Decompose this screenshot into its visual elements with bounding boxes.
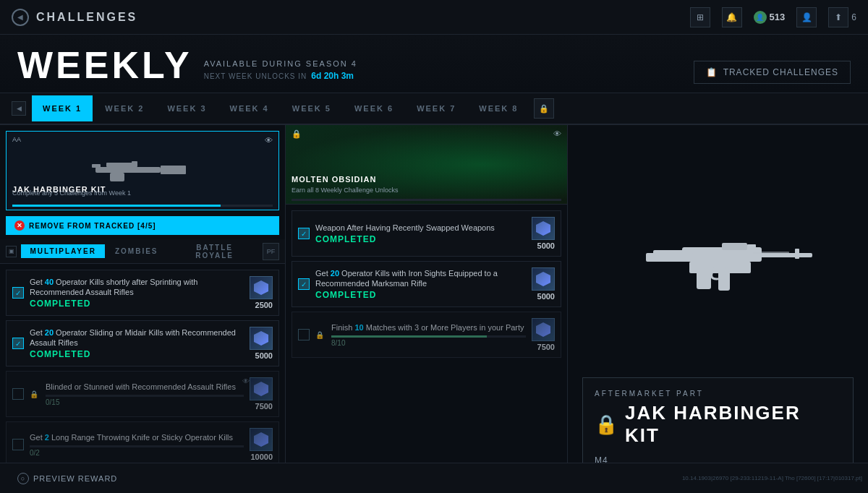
mode-tab-pf: PF: [263, 243, 279, 260]
reward-cards: AA 👁 JAK: [0, 125, 285, 216]
week-tab-3[interactable]: WEEK 3: [156, 95, 217, 121]
next-week-label: NEXT WEEK UNLOCKS IN: [204, 72, 307, 80]
challenges-list-right: ✓ Weapon After Having Recently Swapped W…: [286, 205, 567, 492]
svg-rect-7: [795, 249, 799, 259]
challenge-text-5: Weapon After Having Recently Swapped Wea…: [315, 223, 526, 244]
challenge-progress-text-7: 8/10: [331, 339, 526, 347]
challenge-desc-4: Get 2 Long Range Throwing Knife or Stick…: [30, 432, 244, 442]
week-tab-5[interactable]: WEEK 5: [281, 95, 342, 121]
back-icon[interactable]: ◀: [12, 9, 29, 26]
challenge-status-1: COMPLETED: [30, 299, 244, 309]
challenge-checkbox-2[interactable]: ✓: [12, 338, 24, 349]
svg-rect-3: [92, 164, 101, 168]
xp-icon-inner-7: [536, 322, 550, 337]
challenges-list-left: ✓ Get 40 Operator Kills shortly after Sp…: [0, 264, 285, 492]
xp-value-6: 5000: [537, 292, 555, 301]
challenge-desc-3: Blinded or Stunned with Recommended Assa…: [46, 382, 244, 392]
available-text: AVAILABLE DURING SEASON 4: [204, 59, 357, 68]
challenge-checkbox-7[interactable]: [298, 329, 310, 340]
challenge-preview-3[interactable]: 👁: [242, 377, 250, 385]
mode-tab-indicator: ▣: [6, 246, 17, 257]
bell-icon[interactable]: 🔔: [722, 7, 742, 27]
week-tab-8[interactable]: WEEK 8: [468, 95, 529, 121]
xp-icon-5: [532, 217, 555, 240]
challenge-checkbox-5[interactable]: ✓: [298, 228, 310, 239]
challenge-desc-7: Finish 10 Matches with 3 or More Players…: [331, 322, 526, 333]
player-level: ⬆ 6: [828, 7, 856, 27]
weekly-title: WEEKLY: [17, 46, 192, 84]
challenge-item-4: Get 2 Long Range Throwing Knife or Stick…: [6, 421, 279, 468]
week-tab-2[interactable]: WEEK 2: [94, 95, 155, 121]
card-1-progress-bar: [12, 205, 273, 207]
tracked-challenges-button[interactable]: 📋 TRACKED CHALLENGES: [694, 61, 851, 84]
challenge-desc-5: Weapon After Having Recently Swapped Wea…: [315, 223, 526, 233]
challenge-text-3: Blinded or Stunned with Recommended Assa…: [46, 382, 244, 406]
challenge-desc-6: Get 20 Operator Kills with Iron Sights E…: [315, 268, 526, 289]
xp-value-3: 7500: [255, 402, 273, 411]
week-tab-locked: 🔒: [534, 98, 554, 119]
preview-reward-label: PREVIEW REWARD: [33, 474, 117, 483]
challenge-xp-2: 5000: [250, 327, 273, 360]
card-2-subtitle: Earn all 8 Weekly Challenge Unlocks: [292, 187, 561, 194]
mode-tab-zombies[interactable]: ZOMBIES: [106, 244, 167, 258]
week-tabs: ◀ WEEK 1 WEEK 2 WEEK 3 WEEK 4 WEEK 5 WEE…: [0, 93, 868, 125]
challenge-item-2: ✓ Get 20 Operator Sliding or Midair Kill…: [6, 320, 279, 366]
svg-rect-4: [106, 163, 135, 167]
svg-rect-14: [697, 267, 711, 289]
xp-icon-3: [250, 377, 273, 400]
preview-reward-button[interactable]: ○ PREVIEW REWARD: [17, 473, 117, 484]
middle-panel: 🔒 👁 MOLTEN OBSIDIAN Earn all 8 Weekly Ch…: [286, 125, 568, 492]
challenge-text-4: Get 2 Long Range Throwing Knife or Stick…: [30, 432, 244, 457]
svg-rect-18: [722, 243, 747, 250]
next-week: NEXT WEEK UNLOCKS IN 6d 20h 3m: [204, 71, 357, 81]
reward-card-2[interactable]: 🔒 👁 MOLTEN OBSIDIAN Earn all 8 Weekly Ch…: [286, 125, 567, 205]
left-panel: AA 👁 JAK: [0, 125, 286, 492]
bottom-bar: ○ PREVIEW REWARD 10.14.1903|26970 [29-23…: [0, 463, 868, 493]
xp-icon-4: [250, 428, 273, 451]
xp-value-2: 5000: [255, 351, 273, 360]
header-section: WEEKLY AVAILABLE DURING SEASON 4 NEXT WE…: [0, 35, 868, 93]
challenge-checkbox-6[interactable]: ✓: [298, 278, 310, 290]
page-title: CHALLENGES: [36, 11, 137, 24]
svg-rect-15: [753, 252, 789, 254]
mode-tab-multiplayer[interactable]: MULTIPLAYER: [21, 244, 104, 258]
card-aa-icon: AA: [12, 136, 21, 143]
xp-value-5: 5000: [537, 241, 555, 250]
main-content: AA 👁 JAK: [0, 125, 868, 492]
currency-icon: 👤: [754, 11, 767, 24]
xp-icon-inner-2: [254, 331, 268, 346]
currency-display: 👤 513: [754, 11, 786, 24]
card-preview-icon-1[interactable]: 👁: [265, 136, 273, 145]
challenge-checkbox-3[interactable]: [12, 388, 24, 400]
mode-tabs: ▣ MULTIPLAYER ZOMBIES BATTLE ROYALE PF: [0, 239, 285, 264]
xp-icon-2: [250, 327, 273, 350]
remove-tracked-button[interactable]: ✕ REMOVE FROM TRACKED [4/5]: [6, 216, 279, 235]
week-tab-7[interactable]: WEEK 7: [406, 95, 467, 121]
week-tab-6[interactable]: WEEK 6: [344, 95, 404, 121]
challenge-text-2: Get 20 Operator Sliding or Midair Kills …: [30, 327, 244, 360]
aftermarket-lock-icon: 🔒: [595, 413, 619, 436]
xp-icon-inner-1: [254, 280, 268, 295]
weapon-display: [582, 140, 854, 377]
svg-rect-9: [747, 244, 756, 250]
player-icon[interactable]: 👤: [796, 7, 817, 27]
challenge-item-3: 🔒 👁 Blinded or Stunned with Recommended …: [6, 371, 279, 417]
grid-icon[interactable]: ⊞: [690, 7, 710, 27]
challenge-xp-3: 7500: [250, 377, 273, 411]
card-1-progress-fill: [12, 205, 221, 207]
aftermarket-label: AFTERMARKET PART: [595, 390, 841, 398]
challenge-lock-3: 🔒: [30, 390, 38, 398]
currency-value: 513: [770, 12, 786, 22]
weapon-svg: [610, 215, 827, 302]
challenge-item-7: 🔒 Finish 10 Matches with 3 or More Playe…: [292, 312, 561, 358]
week-tab-1[interactable]: WEEK 1: [32, 95, 93, 121]
weapon-image-1: [88, 153, 197, 189]
reward-card-1[interactable]: AA 👁 JAK: [6, 131, 279, 210]
challenge-checkbox-1[interactable]: ✓: [12, 287, 24, 299]
challenge-checkbox-4[interactable]: [12, 439, 24, 450]
card-2-progress-bar: [292, 199, 561, 201]
challenge-xp-1: 2500: [250, 276, 273, 309]
mode-tab-battle-royale[interactable]: BATTLE ROYALE: [169, 241, 261, 262]
challenge-progress-bar-4: [30, 445, 244, 447]
week-tab-4[interactable]: WEEK 4: [219, 95, 280, 121]
